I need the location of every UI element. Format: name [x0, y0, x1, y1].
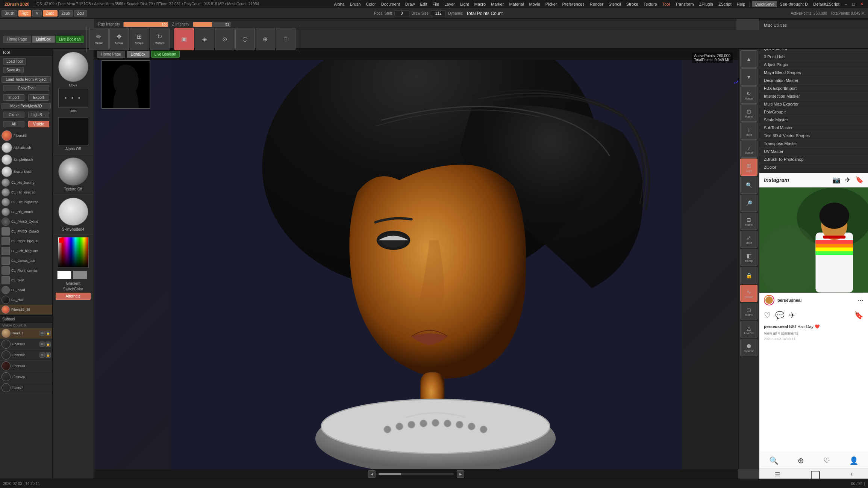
tool-cl-head[interactable]: CL_head [0, 285, 52, 295]
visible-btn[interactable]: Visible [28, 121, 50, 127]
export-btn[interactable]: Export [28, 94, 50, 101]
color-swatch-gray[interactable] [73, 271, 87, 279]
main-viewport[interactable]: Home Page LightBox Live Boolean SPix 3 [94, 49, 759, 469]
menu-material[interactable]: Material [507, 1, 526, 7]
tp-polyframe-btn[interactable]: ⬡ RotPts [740, 303, 757, 320]
toggle3-btn[interactable]: ⊙ [215, 28, 235, 50]
zp-zbrush-photoshop[interactable]: ZBrush To Photoshop [759, 156, 868, 163]
lightbox-tab[interactable]: LightBox [32, 36, 55, 43]
menu-macro[interactable]: Macro [472, 1, 488, 7]
ig-comments[interactable]: View all 4 comments [759, 331, 868, 336]
tool-cl-hit-kmuck[interactable]: CL_Hit_kmuck [0, 207, 52, 217]
zp-3print-hub[interactable]: 3 Print Hub [759, 53, 868, 61]
tp-arrowdown-btn[interactable]: ▼ [740, 68, 757, 86]
import-btn[interactable]: Import [3, 94, 24, 101]
menu-document[interactable]: Document [379, 1, 402, 7]
lightbox-tools-btn[interactable]: LightBox>Tools [28, 112, 50, 118]
scale-btn[interactable]: ⊞Scale [130, 28, 149, 50]
ig-plus-nav-btn[interactable]: ⊕ [798, 456, 804, 465]
menu-color[interactable]: Color [364, 1, 378, 7]
menu-transform[interactable]: Transform [673, 1, 696, 7]
menu-brush[interactable]: Brush [348, 1, 363, 7]
subtool-lock-f83[interactable]: 🔒 [45, 341, 51, 347]
copy-tool-btn[interactable]: Copy Tool [3, 85, 49, 91]
live-boolean-btn[interactable]: Live Boolean [56, 36, 84, 43]
menu-texture[interactable]: Texture [641, 1, 659, 7]
subtool-lock-f82[interactable]: 🔒 [45, 352, 51, 358]
3d-render-area[interactable]: X Y Z [94, 49, 759, 469]
tp-copy-btn[interactable]: ⊞ Copy [740, 159, 757, 176]
color-swatch-white[interactable] [57, 271, 71, 279]
ig-bookmark-icon[interactable]: 🔖 [855, 176, 863, 184]
load-tools-from-project-btn[interactable]: Load Tools From Project [2, 76, 51, 83]
see-through[interactable]: See-through: D [778, 1, 810, 7]
menu-marker[interactable]: Marker [489, 1, 506, 7]
load-tool-btn[interactable]: Load Tool [3, 58, 26, 65]
subtool-fibers82[interactable]: Fibers82 👁 🔒 [0, 350, 52, 361]
vp-prev-btn[interactable]: ◀ [368, 470, 376, 478]
menu-light[interactable]: Light [458, 1, 471, 7]
menu-preferences[interactable]: Preferences [560, 1, 586, 7]
tool-cl-left-hipguars[interactable]: CL_Left_hipguars [0, 246, 52, 256]
menu-draw[interactable]: Draw [403, 1, 417, 7]
move-btn[interactable]: ✥Move [109, 28, 129, 50]
zp-adjust-plugin[interactable]: Adjust Plugin [759, 61, 868, 69]
tp-search2-btn[interactable]: 🔎 [740, 195, 757, 212]
tp-sound-btn[interactable]: ♪ Sound [740, 141, 757, 158]
subtool-fibers30[interactable]: Fibers30 [0, 361, 52, 372]
menu-tool[interactable]: Tool [660, 1, 672, 7]
zp-transpose-master[interactable]: Transpose Master [759, 140, 868, 148]
window-maximize[interactable]: □ [850, 1, 857, 7]
ig-heart-btn[interactable]: ♡ [764, 311, 771, 320]
tool-cl-hitt-highstrap[interactable]: CL_Hitt_highstrap [0, 197, 52, 207]
subtool-fibers7[interactable]: Fibers7 [0, 382, 52, 393]
m-btn[interactable]: M [32, 10, 41, 17]
menu-edit[interactable]: Edit [418, 1, 430, 7]
tp-dynmesh-btn[interactable]: ⬢ Dynamic [740, 339, 757, 356]
tool-cl-skirt[interactable]: CL_Skirt [0, 275, 52, 285]
toggle5-btn[interactable]: ⊕ [256, 28, 275, 50]
ig-search-nav-btn[interactable]: 🔍 [769, 456, 779, 465]
tool-alphabrush[interactable]: AlphaBrush [0, 142, 52, 154]
zp-uv-master[interactable]: UV Master [759, 148, 868, 156]
menu-render[interactable]: Render [588, 1, 606, 7]
quicksave-btn[interactable]: QuickSave [752, 1, 777, 7]
tp-frame2-btn[interactable]: ⊟ Frame [740, 213, 757, 230]
color-picker[interactable] [58, 237, 89, 268]
skinshaded-item[interactable]: SkinShaded4 [53, 195, 94, 235]
tool-cl-right-cuirras[interactable]: CL_Right_cuirras [0, 266, 52, 275]
alternate-btn[interactable]: Alternate [56, 293, 91, 300]
tp-transp-btn[interactable]: ◧ Transp [740, 249, 757, 266]
tool-cl-pm3d-cube3[interactable]: CL_PM3D_Cube3 [0, 227, 52, 236]
menu-file[interactable]: File [430, 1, 441, 7]
rgb-m-btn[interactable]: Rgb [18, 10, 31, 17]
tp-search-btn[interactable]: 🔍 [740, 177, 757, 194]
tool-fibers83[interactable]: Fibers83 [0, 130, 52, 142]
ig-avatar-ring[interactable] [764, 295, 774, 305]
ig-bookmark-btn[interactable]: 🔖 [854, 311, 863, 320]
zp-fbx-export[interactable]: FBX ExportImport [759, 85, 868, 92]
zp-subtool-master[interactable]: SubTool Master [759, 124, 868, 132]
subtool-head1[interactable]: Head_1 👁 🔒 [0, 328, 52, 339]
menu-stencil[interactable]: Stencil [606, 1, 623, 7]
tp-move2-btn[interactable]: ⤢ Move [740, 231, 757, 248]
ig-camera-icon[interactable]: 📷 [832, 176, 841, 184]
window-close[interactable]: ✕ [858, 1, 866, 7]
menu-zplugin[interactable]: ZPlugin [697, 1, 715, 7]
window-minimize[interactable]: − [842, 1, 849, 7]
subtool-fibers24[interactable]: Fibers24 [0, 372, 52, 382]
clone-btn[interactable]: Clone [3, 112, 24, 118]
tp-lowpol-btn[interactable]: △ Low Pol [740, 321, 757, 338]
tool-eraserbrush[interactable]: EraserBrush [0, 166, 52, 178]
zp-zcolor[interactable]: ZColor [759, 163, 868, 171]
zp-multi-map[interactable]: Multi Map Exporter [759, 100, 868, 108]
tp-frame-btn[interactable]: ⊡ Frame [740, 104, 757, 122]
tool-cl-curras-butt[interactable]: CL_Curras_butt [0, 256, 52, 266]
menu-help[interactable]: Help [735, 1, 748, 7]
tp-lock-btn[interactable]: 🔒 [740, 267, 757, 284]
ig-share-btn[interactable]: ✈ [789, 311, 795, 320]
tool-cl-hit-ksrstrap[interactable]: CL_Hit_ksrstrap [0, 187, 52, 197]
texture-off-item[interactable]: Texture Off [53, 154, 94, 195]
menu-zscript[interactable]: ZScript [716, 1, 734, 7]
ig-caption-username[interactable]: perseusneal [764, 324, 788, 329]
